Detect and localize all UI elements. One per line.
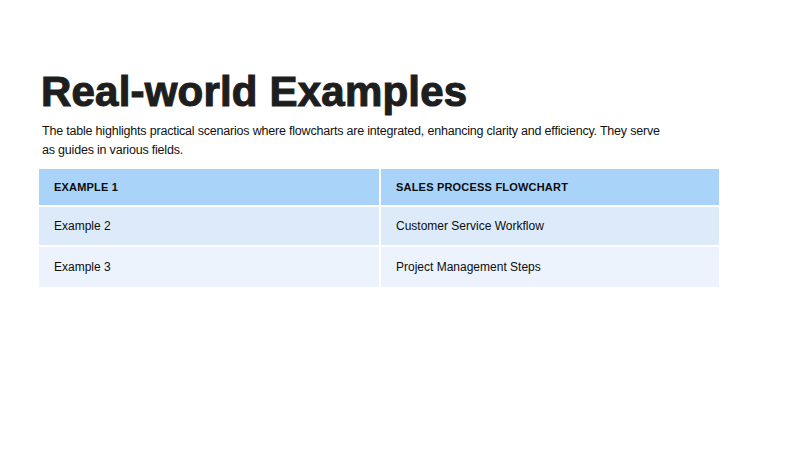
table-header-row: EXAMPLE 1 SALES PROCESS FLOWCHART xyxy=(39,169,719,206)
header-cell-flowchart: SALES PROCESS FLOWCHART xyxy=(380,169,719,206)
description-line-1: The table highlights practical scenarios… xyxy=(42,122,660,141)
slide-description: The table highlights practical scenarios… xyxy=(42,122,660,160)
description-line-2: as guides in various fields. xyxy=(42,141,660,160)
table-row: Example 2 Customer Service Workflow xyxy=(39,206,719,246)
header-cell-example: EXAMPLE 1 xyxy=(39,169,380,206)
examples-table: EXAMPLE 1 SALES PROCESS FLOWCHART Exampl… xyxy=(39,169,719,287)
table-cell-example-3: Example 3 xyxy=(39,246,380,287)
table-cell-project-management-steps: Project Management Steps xyxy=(380,246,719,287)
table-row: Example 3 Project Management Steps xyxy=(39,246,719,287)
slide: Real-world Examples The table highlights… xyxy=(0,0,800,450)
table-cell-customer-service-workflow: Customer Service Workflow xyxy=(380,206,719,246)
slide-title: Real-world Examples xyxy=(41,71,467,113)
table-cell-example-2: Example 2 xyxy=(39,206,380,246)
